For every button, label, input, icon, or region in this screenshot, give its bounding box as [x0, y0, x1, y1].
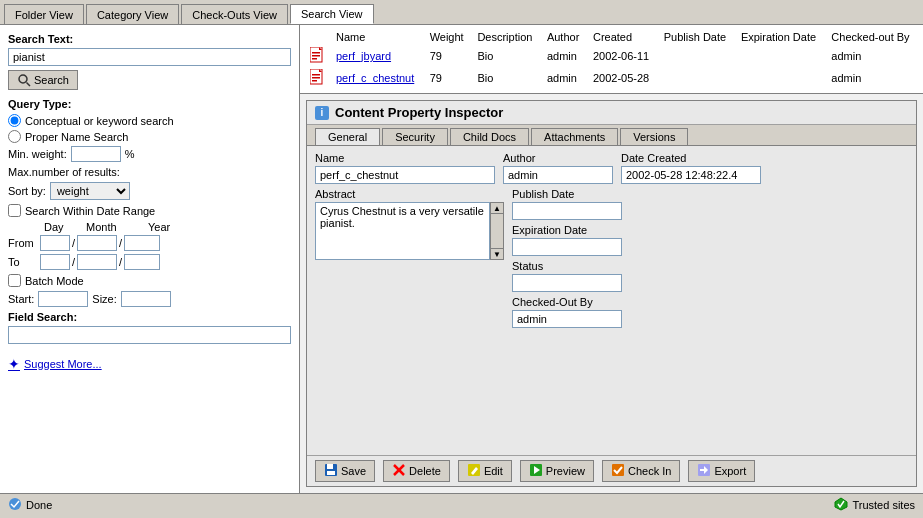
- cpi-date-created-input[interactable]: [621, 166, 761, 184]
- save-icon: [324, 463, 338, 479]
- sort-by-row: Sort by: weight name date: [8, 182, 291, 200]
- preview-label: Preview: [546, 465, 585, 477]
- from-label: From: [8, 237, 38, 249]
- start-input[interactable]: [38, 291, 88, 307]
- check-in-button[interactable]: Check In: [602, 460, 680, 482]
- check-in-label: Check In: [628, 465, 671, 477]
- delete-icon: [392, 463, 406, 479]
- size-input[interactable]: [121, 291, 171, 307]
- from-year-input[interactable]: [124, 235, 160, 251]
- svg-line-1: [27, 83, 31, 87]
- field-search-label: Field Search:: [8, 311, 291, 323]
- cpi-tab-versions[interactable]: Versions: [620, 128, 688, 145]
- size-label: Size:: [92, 293, 116, 305]
- cpi-tab-security[interactable]: Security: [382, 128, 448, 145]
- cpi-name-label: Name: [315, 152, 495, 164]
- edit-label: Edit: [484, 465, 503, 477]
- cpi-row-2: Abstract Cyrus Chestnut is a very versat…: [315, 188, 908, 328]
- batch-mode-checkbox[interactable]: [8, 274, 21, 287]
- doc-icon-1: [310, 53, 324, 65]
- trusted-text: Trusted sites: [852, 499, 915, 511]
- date-range-checkbox-label[interactable]: Search Within Date Range: [8, 204, 291, 217]
- svg-marker-25: [835, 498, 847, 510]
- svg-rect-11: [312, 80, 317, 82]
- cpi-panel: i Content Property Inspector General Sec…: [306, 100, 917, 487]
- top-tab-bar: Folder View Category View Check-Outs Vie…: [0, 0, 923, 25]
- cpi-date-created-group: Date Created: [621, 152, 761, 184]
- to-year-input[interactable]: [124, 254, 160, 270]
- check-in-icon: [611, 463, 625, 479]
- result-link-2[interactable]: perf_c_chestnut: [336, 72, 414, 84]
- col-header-checked-out-by: Checked-out By: [825, 29, 919, 45]
- cpi-abstract-input[interactable]: Cyrus Chestnut is a very versatile piani…: [315, 202, 490, 260]
- delete-button[interactable]: Delete: [383, 460, 450, 482]
- result-link-1[interactable]: perf_jbyard: [336, 50, 391, 62]
- cpi-publish-date-group: Publish Date: [512, 188, 622, 220]
- doc-icon-2: [310, 75, 324, 87]
- tab-search-view[interactable]: Search View: [290, 4, 374, 24]
- cpi-tab-general[interactable]: General: [315, 128, 380, 145]
- col-header-weight: Weight: [424, 29, 472, 45]
- export-label: Export: [714, 465, 746, 477]
- save-button[interactable]: Save: [315, 460, 375, 482]
- svg-point-24: [9, 498, 21, 510]
- svg-rect-5: [312, 55, 320, 57]
- cpi-tab-child-docs[interactable]: Child Docs: [450, 128, 529, 145]
- search-icon: [17, 73, 31, 87]
- svg-rect-9: [312, 74, 320, 76]
- to-month-input[interactable]: [77, 254, 117, 270]
- cpi-checked-out-input[interactable]: [512, 310, 622, 328]
- result-created-1: 2002-06-11: [587, 45, 658, 67]
- cpi-name-input[interactable]: [315, 166, 495, 184]
- search-input[interactable]: [8, 48, 291, 66]
- preview-button[interactable]: Preview: [520, 460, 594, 482]
- svg-rect-13: [327, 464, 333, 469]
- batch-mode-label: Batch Mode: [25, 275, 84, 287]
- radio-proper[interactable]: Proper Name Search: [8, 130, 291, 143]
- date-range-checkbox[interactable]: [8, 204, 21, 217]
- to-day-input[interactable]: [40, 254, 70, 270]
- result-checked-out-1: admin: [825, 45, 919, 67]
- from-row: From / /: [8, 235, 291, 251]
- from-day-input[interactable]: [40, 235, 70, 251]
- search-button[interactable]: Search: [8, 70, 78, 90]
- min-weight-input[interactable]: [71, 146, 121, 162]
- col-header-publish-date: Publish Date: [658, 29, 735, 45]
- svg-point-0: [19, 75, 27, 83]
- tab-checkouts-view[interactable]: Check-Outs View: [181, 4, 288, 24]
- cpi-body: Name Author Date Created Abstra: [307, 146, 916, 455]
- suggest-label: Suggest More...: [24, 358, 102, 370]
- sort-by-select[interactable]: weight name date: [50, 182, 130, 200]
- trusted-icon: [834, 497, 848, 513]
- min-weight-label: Min. weight:: [8, 148, 67, 160]
- start-label: Start:: [8, 293, 34, 305]
- result-desc-2: Bio: [471, 67, 541, 89]
- result-expire-1: [735, 45, 825, 67]
- tab-category-view[interactable]: Category View: [86, 4, 179, 24]
- field-search-input[interactable]: [8, 326, 291, 344]
- tab-folder-view[interactable]: Folder View: [4, 4, 84, 24]
- status-text: Done: [26, 499, 52, 511]
- from-month-input[interactable]: [77, 235, 117, 251]
- status-bar: Done Trusted sites: [0, 493, 923, 515]
- abstract-scroll-up[interactable]: ▲: [490, 202, 504, 214]
- cpi-title: Content Property Inspector: [335, 105, 503, 120]
- col-header-expiration-date: Expiration Date: [735, 29, 825, 45]
- export-icon: [697, 463, 711, 479]
- col-header-author: Author: [541, 29, 587, 45]
- cpi-name-group: Name: [315, 152, 495, 184]
- suggest-more-link[interactable]: ✦ Suggest More...: [8, 356, 291, 372]
- cpi-expiration-date-input[interactable]: [512, 238, 622, 256]
- cpi-author-group: Author: [503, 152, 613, 184]
- abstract-scroll-down[interactable]: ▼: [490, 248, 504, 260]
- radio-conceptual[interactable]: Conceptual or keyword search: [8, 114, 291, 127]
- cpi-author-input[interactable]: [503, 166, 613, 184]
- export-button[interactable]: Export: [688, 460, 755, 482]
- right-panel: Name Weight Description Author Created P…: [300, 25, 923, 493]
- cpi-publish-date-input[interactable]: [512, 202, 622, 220]
- svg-rect-21: [612, 464, 624, 476]
- cpi-tab-attachments[interactable]: Attachments: [531, 128, 618, 145]
- cpi-status-input[interactable]: [512, 274, 622, 292]
- edit-button[interactable]: Edit: [458, 460, 512, 482]
- batch-mode-checkbox-label[interactable]: Batch Mode: [8, 274, 291, 287]
